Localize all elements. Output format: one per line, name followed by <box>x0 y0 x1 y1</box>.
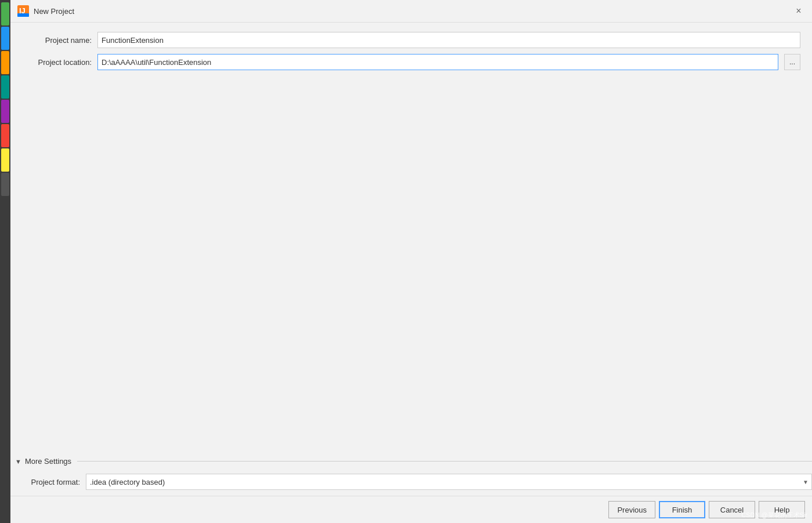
more-settings-header[interactable]: ▼ More Settings <box>10 452 812 470</box>
strip-item <box>1 75 9 99</box>
strip-item <box>1 2 9 26</box>
project-format-select-wrapper: .idea (directory based) .ipr (file based… <box>86 474 812 490</box>
finish-button[interactable]: Finish <box>659 501 705 518</box>
title-bar: IJ New Project × <box>10 0 812 23</box>
help-button[interactable]: Help <box>759 501 805 518</box>
strip-item <box>1 100 9 123</box>
more-settings-divider <box>77 461 812 462</box>
dialog-body: Project name: Project location: ... <box>10 23 812 452</box>
left-strip <box>0 0 10 523</box>
project-name-label: Project name: <box>22 36 92 45</box>
strip-item <box>1 173 9 196</box>
project-location-label: Project location: <box>22 58 92 67</box>
browse-button[interactable]: ... <box>784 54 800 70</box>
strip-item <box>1 124 9 147</box>
more-settings-label: More Settings <box>25 457 71 466</box>
strip-item <box>1 148 9 172</box>
project-location-input[interactable] <box>97 54 778 70</box>
more-settings-body: Project format: .idea (directory based) … <box>10 470 812 496</box>
project-format-select[interactable]: .idea (directory based) .ipr (file based… <box>86 474 812 490</box>
title-bar-left: IJ New Project <box>17 5 74 17</box>
strip-item <box>1 27 9 50</box>
project-format-row: Project format: .idea (directory based) … <box>10 474 812 490</box>
new-project-dialog: IJ New Project × Project name: Project l… <box>10 0 812 523</box>
project-location-row: Project location: ... <box>22 54 800 70</box>
dialog-title: New Project <box>34 7 74 16</box>
more-settings-section: ▼ More Settings Project format: .idea (d… <box>10 452 812 496</box>
button-bar: Previous Finish Cancel Help <box>10 496 812 523</box>
project-format-label: Project format: <box>10 478 80 486</box>
project-name-row: Project name: <box>22 32 800 48</box>
app-icon: IJ <box>17 5 29 17</box>
project-name-input[interactable] <box>97 32 800 48</box>
svg-rect-3 <box>17 13 29 17</box>
cancel-button[interactable]: Cancel <box>709 501 755 518</box>
strip-item <box>1 51 9 74</box>
previous-button[interactable]: Previous <box>608 501 655 518</box>
close-button[interactable]: × <box>792 5 805 17</box>
collapse-arrow-icon: ▼ <box>15 458 21 465</box>
